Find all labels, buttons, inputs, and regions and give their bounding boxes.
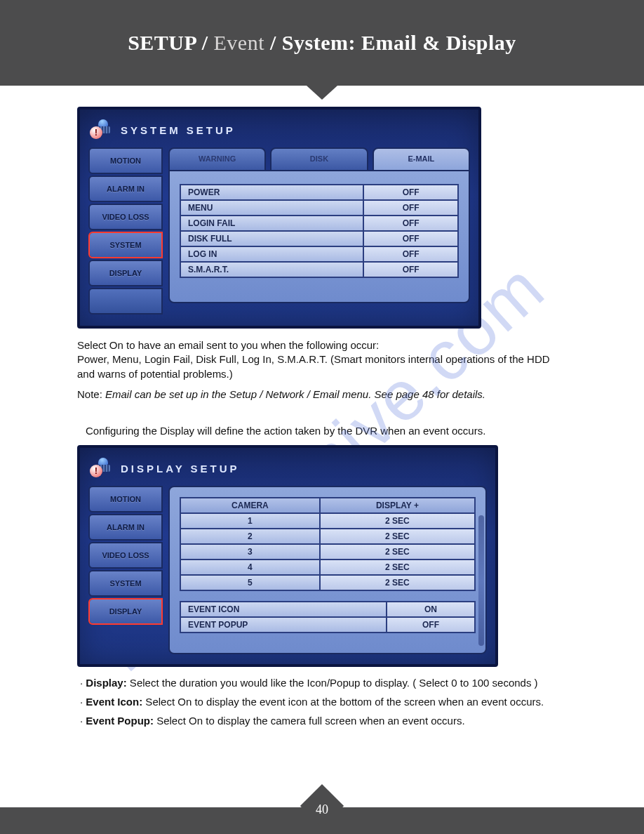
side-tab-blank	[88, 288, 163, 315]
page-number: 40	[316, 802, 328, 817]
display-cell[interactable]: 2 SEC	[320, 560, 475, 575]
table-row: 12 SEC	[180, 513, 475, 529]
top-tab-warning[interactable]: WARNING	[168, 147, 266, 170]
table-row: POWEROFF	[180, 185, 458, 200]
email-description-text: Select On to have an email sent to you w…	[77, 338, 567, 381]
top-tab-disk[interactable]: DISK	[270, 147, 368, 170]
row-label: POWER	[180, 185, 363, 200]
note-body: Email can be set up in the Setup / Netwo…	[105, 388, 485, 400]
breadcrumb-section: System: Email & Display	[282, 31, 516, 54]
row-value[interactable]: OFF	[363, 200, 458, 216]
row-value[interactable]: OFF	[387, 617, 475, 633]
row-label: MENU	[180, 200, 363, 216]
side-tab-system[interactable]: SYSTEM	[88, 232, 163, 258]
row-label: LOGIN FAIL	[180, 216, 363, 231]
row-value[interactable]: ON	[387, 602, 475, 617]
display-setup-screenshot: ! DISPLAY SETUP MOTION ALARM IN VIDEO LO…	[77, 445, 498, 667]
col-display: DISPLAY +	[320, 498, 475, 513]
display-bullet-list: Display: Select the duration you would l…	[77, 677, 567, 727]
table-row: MENUOFF	[180, 200, 458, 216]
table-row: DISK FULLOFF	[180, 231, 458, 246]
row-value[interactable]: OFF	[363, 262, 458, 277]
note-label: Note:	[77, 388, 105, 400]
header-pointer-icon	[307, 86, 337, 100]
breadcrumb-setup: SETUP	[128, 31, 196, 54]
table-row: 22 SEC	[180, 529, 475, 544]
display-cell[interactable]: 2 SEC	[320, 575, 475, 590]
panel1-top-tabs: WARNING DISK E-MAIL	[168, 147, 470, 170]
table-row: EVENT ICONON	[180, 602, 475, 617]
table-row: LOGIN FAILOFF	[180, 216, 458, 231]
table-row: 32 SEC	[180, 544, 475, 560]
camera-cell: 4	[180, 560, 320, 575]
breadcrumb-event: Event	[214, 31, 264, 54]
table-row: S.M.A.R.T.OFF	[180, 262, 458, 277]
display-intro-text: Configuring the Display will define the …	[77, 424, 567, 438]
table-row: LOG INOFF	[180, 246, 458, 262]
panel2-title: DISPLAY SETUP	[121, 463, 240, 475]
side-tab-video-loss[interactable]: VIDEO LOSS	[88, 542, 163, 569]
camera-cell: 5	[180, 575, 320, 590]
alert-siren-icon: !	[93, 119, 114, 140]
scrollbar-icon[interactable]	[478, 515, 484, 646]
panel2-side-tabs: MOTION ALARM IN VIDEO LOSS SYSTEM DISPLA…	[88, 486, 163, 654]
camera-cell: 3	[180, 544, 320, 560]
row-value[interactable]: OFF	[363, 185, 458, 200]
display-settings-table: CAMERA DISPLAY + 12 SEC 22 SEC 32 SEC 42…	[180, 497, 476, 591]
page-header: SETUP / Event / System: Email & Display	[0, 0, 644, 86]
display-cell[interactable]: 2 SEC	[320, 529, 475, 544]
row-label: EVENT ICON	[180, 602, 387, 617]
row-label: S.M.A.R.T.	[180, 262, 363, 277]
email-note: Note: Email can be set up in the Setup /…	[77, 388, 567, 400]
row-value[interactable]: OFF	[363, 246, 458, 262]
breadcrumb: SETUP / Event / System: Email & Display	[128, 31, 516, 55]
email-settings-table: POWEROFF MENUOFF LOGIN FAILOFF DISK FULL…	[180, 184, 459, 278]
side-tab-alarm-in[interactable]: ALARM IN	[88, 514, 163, 541]
top-tab-email[interactable]: E-MAIL	[373, 147, 470, 170]
system-setup-screenshot: ! SYSTEM SETUP MOTION ALARM IN VIDEO LOS…	[77, 107, 481, 329]
side-tab-display[interactable]: DISPLAY	[88, 260, 163, 286]
side-tab-video-loss[interactable]: VIDEO LOSS	[88, 204, 163, 230]
display-cell[interactable]: 2 SEC	[320, 544, 475, 560]
side-tab-motion[interactable]: MOTION	[88, 147, 163, 174]
bullet-event-popup: Event Popup: Select On to display the ca…	[77, 715, 567, 727]
table-row: 52 SEC	[180, 575, 475, 590]
col-camera: CAMERA	[180, 498, 320, 513]
row-value[interactable]: OFF	[363, 231, 458, 246]
bullet-display: Display: Select the duration you would l…	[77, 677, 567, 689]
row-value[interactable]: OFF	[363, 216, 458, 231]
camera-cell: 2	[180, 529, 320, 544]
panel1-title: SYSTEM SETUP	[121, 124, 236, 136]
table-header-row: CAMERA DISPLAY +	[180, 498, 475, 513]
side-tab-alarm-in[interactable]: ALARM IN	[88, 176, 163, 202]
table-row: 42 SEC	[180, 560, 475, 575]
alert-siren-icon: !	[93, 458, 114, 479]
row-label: DISK FULL	[180, 231, 363, 246]
panel1-side-tabs: MOTION ALARM IN VIDEO LOSS SYSTEM DISPLA…	[88, 147, 163, 316]
display-cell[interactable]: 2 SEC	[320, 513, 475, 529]
table-row: EVENT POPUPOFF	[180, 617, 475, 633]
side-tab-motion[interactable]: MOTION	[88, 486, 163, 512]
camera-cell: 1	[180, 513, 320, 529]
row-label: EVENT POPUP	[180, 617, 387, 633]
bullet-event-icon: Event Icon: Select On to display the eve…	[77, 696, 567, 708]
event-settings-table: EVENT ICONON EVENT POPUPOFF	[180, 601, 476, 633]
row-label: LOG IN	[180, 246, 363, 262]
side-tab-display[interactable]: DISPLAY	[88, 598, 163, 625]
side-tab-system[interactable]: SYSTEM	[88, 570, 163, 597]
